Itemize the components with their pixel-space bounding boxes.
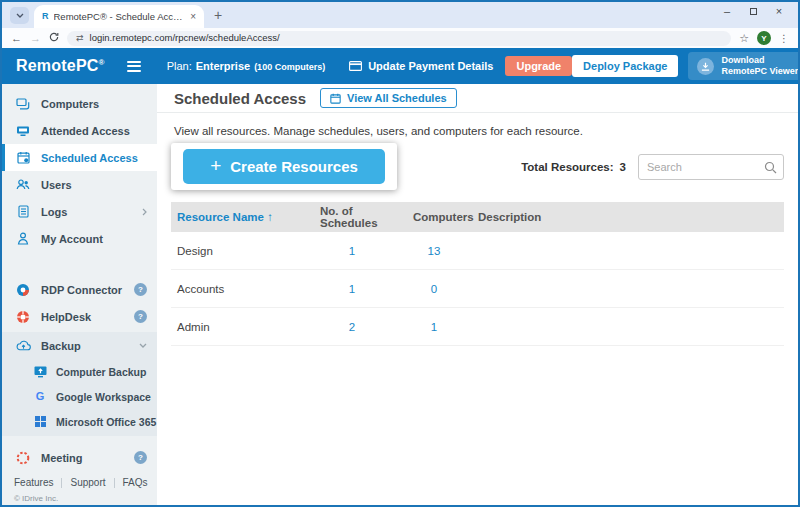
browser-menu-icon[interactable]: ⋮ [779,33,789,44]
plan-label: Plan: [167,60,192,72]
plus-icon: + [210,155,221,177]
google-workspace-icon: G [32,391,48,402]
window-close-button[interactable]: × [766,2,792,20]
table-row[interactable]: Admin 2 1 [171,308,784,346]
help-icon[interactable]: ? [134,310,147,323]
resources-table: Resource Name ↑ No. of Schedules Compute… [171,202,784,346]
footer-divider [61,478,62,488]
faqs-link[interactable]: FAQs [123,477,148,488]
resource-name: Accounts [177,283,310,295]
sidebar-item-label: RDP Connector [41,284,122,296]
column-header-computers: Computers [394,211,474,223]
update-payment-button[interactable]: Update Payment Details [349,60,493,72]
resources-panel: View all resources. Manage schedules, us… [157,113,798,505]
table-row[interactable]: Accounts 1 0 [171,270,784,308]
table-row[interactable]: Design 1 13 [171,232,784,270]
sort-asc-icon: ↑ [267,211,273,223]
page-title-bar: Scheduled Access View All Schedules [157,84,798,113]
create-resources-label: Create Resources [230,158,358,175]
total-resources-count: 3 [620,161,626,173]
url-text: login.remotepc.com/rpcnew/scheduleAccess… [90,33,280,43]
schedules-count-link[interactable]: 2 [310,321,394,333]
site-info-icon[interactable]: ⇄ [76,34,84,43]
chevron-down-icon [139,343,147,348]
computers-count-link[interactable]: 13 [394,245,474,257]
sidebar-item-attended-access[interactable]: Attended Access [2,117,157,144]
sidebar-footer: Features Support FAQs © IDrive Inc. [2,471,157,507]
tab-search-button[interactable] [10,7,29,24]
forward-button[interactable]: → [30,33,41,44]
column-label: Resource Name [177,211,264,223]
resource-name: Design [177,245,310,257]
sidebar-item-google-workspace[interactable]: G Google Workspace [2,384,157,409]
search-input[interactable] [638,154,784,180]
help-icon[interactable]: ? [134,283,147,296]
sidebar-item-label: Computer Backup [56,366,146,378]
schedules-count-link[interactable]: 1 [310,283,394,295]
chevron-down-icon [16,13,24,18]
computers-count-link[interactable]: 0 [394,283,474,295]
plan-info: Plan: Enterprise (100 Computers) [167,60,326,72]
search-icon[interactable] [764,160,777,178]
schedules-count-link[interactable]: 1 [310,245,394,257]
computer-backup-icon [32,366,48,378]
upgrade-button[interactable]: Upgrade [505,56,572,76]
reload-button[interactable] [49,32,59,44]
sidebar-item-microsoft-office-365[interactable]: Microsoft Office 365 [2,409,157,434]
view-all-schedules-button[interactable]: View All Schedules [320,88,457,108]
sidebar-item-label: Microsoft Office 365 [56,416,156,428]
bookmark-star-icon[interactable]: ☆ [739,33,749,44]
sidebar-item-users[interactable]: Users [2,171,157,198]
sidebar-item-label: Meeting [41,452,83,464]
help-icon[interactable]: ? [134,451,147,464]
browser-profile-avatar[interactable]: Y [757,31,771,45]
url-bar[interactable]: ⇄ login.remotepc.com/rpcnew/scheduleAcce… [67,31,731,46]
sidebar-item-scheduled-access[interactable]: Scheduled Access [2,144,157,171]
tab-title: RemotePC® - Schedule Access [54,11,186,22]
deploy-package-button[interactable]: Deploy Package [572,55,678,77]
window-minimize-button[interactable]: – [714,2,740,20]
browser-tab[interactable]: R RemotePC® - Schedule Access × [34,5,204,28]
tab-close-icon[interactable]: × [190,11,196,22]
sidebar-item-logs[interactable]: Logs [2,198,157,225]
create-resources-button[interactable]: + Create Resources [183,149,385,184]
update-payment-label: Update Payment Details [368,60,493,72]
column-header-resource-name[interactable]: Resource Name ↑ [177,211,310,223]
page-title: Scheduled Access [174,90,306,107]
sidebar-item-helpdesk[interactable]: HelpDesk ? [2,303,157,330]
sidebar: Computers Attended Access Scheduled Acce… [2,84,157,505]
sidebar-item-computers[interactable]: Computers [2,90,157,117]
logo-text: RemotePC [16,57,99,74]
browser-tab-strip: R RemotePC® - Schedule Access × + – × [2,2,798,28]
page-description: View all resources. Manage schedules, us… [171,125,784,137]
computers-count-link[interactable]: 1 [394,321,474,333]
features-link[interactable]: Features [14,477,53,488]
window-maximize-button[interactable] [740,2,766,20]
sidebar-item-backup[interactable]: Backup [2,332,157,359]
main-content: Scheduled Access View All Schedules View… [157,84,798,505]
create-resources-popover: + Create Resources [171,143,397,190]
support-link[interactable]: Support [70,477,105,488]
payment-card-icon [349,61,362,71]
microsoft-office-icon [32,416,48,427]
sidebar-item-label: My Account [41,233,103,245]
chevron-right-icon [142,208,147,216]
reload-icon [49,32,59,42]
sidebar-item-meeting[interactable]: Meeting ? [2,444,157,471]
attended-access-icon [15,125,31,137]
logs-icon [15,205,31,218]
sidebar-item-my-account[interactable]: My Account [2,225,157,252]
new-tab-button[interactable]: + [214,8,222,22]
backup-cloud-icon [15,340,31,351]
meeting-icon [15,451,31,465]
column-header-schedules: No. of Schedules [310,205,394,229]
sidebar-item-computer-backup[interactable]: Computer Backup [2,359,157,384]
sidebar-item-label: Logs [41,206,67,218]
download-line2: RemotePC Viewer [721,66,798,76]
users-icon [15,179,31,190]
remotepc-favicon-icon: R [42,12,49,21]
sidebar-item-rdp-connector[interactable]: RDP Connector ? [2,276,157,303]
back-button[interactable]: ← [11,33,22,44]
menu-icon[interactable] [127,61,141,72]
download-viewer-button[interactable]: Download RemotePC Viewer [688,52,800,81]
